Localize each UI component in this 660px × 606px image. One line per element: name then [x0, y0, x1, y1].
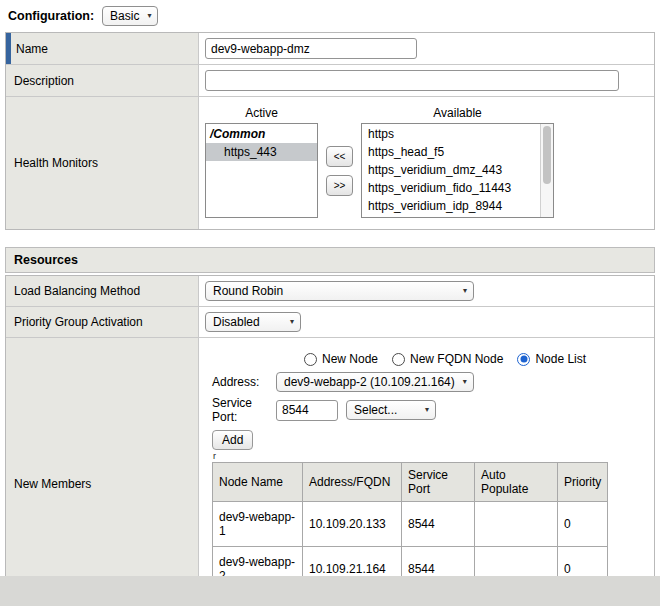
name-row: Name [6, 33, 654, 65]
member-type-radios: New Node New FQDN Node Node List [304, 352, 648, 366]
name-input[interactable] [205, 38, 417, 59]
resources-section-header: Resources [5, 247, 655, 273]
list-item[interactable]: https [362, 125, 553, 143]
resources-table: Load Balancing Method Round Robin ▾ Prio… [5, 275, 655, 606]
radio-new-node[interactable]: New Node [304, 352, 378, 366]
column-header: Node Name [213, 463, 303, 502]
load-balancing-content-cell: Round Robin ▾ [199, 276, 654, 306]
health-monitors-row: Health Monitors Active /Common https_443… [6, 97, 654, 229]
port-preset-select-value: Select... [354, 403, 397, 417]
priority-group-row: Priority Group Activation Disabled ▾ [6, 307, 654, 338]
available-monitors-items: https https_head_f5 https_veridium_dmz_4… [362, 124, 553, 215]
radio-icon [304, 353, 317, 366]
chevron-down-icon: ▾ [425, 406, 429, 414]
cell-address: 10.109.20.133 [303, 502, 402, 547]
priority-group-label: Priority Group Activation [14, 315, 143, 329]
address-select-value: dev9-webapp-2 (10.109.21.164) [284, 375, 455, 389]
description-label-cell: Description [6, 65, 199, 96]
list-item[interactable]: https_head_f5 [362, 143, 553, 161]
column-header: Address/FQDN [303, 463, 402, 502]
available-header: Available [361, 104, 554, 123]
cell-service-port: 8544 [402, 502, 475, 547]
priority-group-select[interactable]: Disabled ▾ [205, 312, 301, 332]
configuration-label: Configuration: [8, 9, 94, 23]
monitor-move-buttons: << >> [326, 146, 353, 196]
scrollbar[interactable] [540, 124, 553, 217]
priority-group-select-value: Disabled [213, 315, 260, 329]
active-header: Active [205, 104, 318, 123]
configuration-select-value: Basic [110, 9, 139, 23]
priority-group-label-cell: Priority Group Activation [6, 307, 199, 337]
active-partition-label: /Common [206, 124, 317, 143]
address-select[interactable]: dev9-webapp-2 (10.109.21.164) ▾ [276, 372, 474, 392]
chevron-down-icon: ▾ [463, 287, 467, 295]
column-header: Auto Populate [475, 463, 558, 502]
members-table: Node Name Address/FQDN Service Port Auto… [212, 462, 608, 592]
description-input[interactable] [205, 70, 619, 91]
load-balancing-label-cell: Load Balancing Method [6, 276, 199, 306]
cell-priority: 0 [558, 502, 608, 547]
load-balancing-row: Load Balancing Method Round Robin ▾ [6, 276, 654, 307]
available-monitors-listbox[interactable]: https https_head_f5 https_veridium_dmz_4… [361, 123, 554, 218]
move-to-available-button[interactable]: >> [326, 175, 353, 196]
address-line: Address: dev9-webapp-2 (10.109.21.164) ▾ [212, 372, 648, 392]
stray-text-artifact: r [213, 452, 648, 461]
health-monitors-picker: Active /Common https_443 << >> Available [205, 102, 648, 224]
service-port-input[interactable] [276, 400, 338, 421]
column-header: Priority [558, 463, 608, 502]
list-item[interactable]: https_veridium_idp_8944 [362, 197, 553, 215]
new-members-row: New Members New Node New FQDN Node [6, 338, 654, 606]
radio-icon [392, 353, 405, 366]
health-monitors-label-cell: Health Monitors [6, 97, 199, 229]
active-monitors-column: Active /Common https_443 [205, 104, 318, 218]
scrollbar-thumb[interactable] [543, 126, 551, 184]
chevron-down-icon: ▾ [290, 318, 294, 326]
configuration-select[interactable]: Basic ▾ [102, 6, 158, 26]
radio-label: New Node [322, 352, 378, 366]
radio-node-list[interactable]: Node List [517, 352, 586, 366]
description-content-cell [199, 65, 654, 96]
name-content-cell [199, 33, 654, 64]
description-label: Description [14, 74, 74, 88]
service-port-label: Service Port: [212, 396, 276, 424]
load-balancing-select-value: Round Robin [213, 284, 283, 298]
new-members-label-cell: New Members [6, 338, 199, 606]
radio-selected-icon [517, 353, 530, 366]
list-item[interactable]: https_veridium_fido_11443 [362, 179, 553, 197]
new-members-label: New Members [14, 477, 91, 491]
new-members-content-cell: New Node New FQDN Node Node List Address… [199, 338, 654, 606]
load-balancing-select[interactable]: Round Robin ▾ [205, 281, 474, 301]
description-row: Description [6, 65, 654, 97]
configuration-row: Configuration: Basic ▾ [0, 0, 660, 31]
health-monitors-label: Health Monitors [14, 156, 98, 170]
move-to-active-button[interactable]: << [326, 146, 353, 167]
add-member-button[interactable]: Add [212, 430, 253, 450]
radio-label: New FQDN Node [410, 352, 503, 366]
priority-group-content-cell: Disabled ▾ [199, 307, 654, 337]
cell-node-name: dev9-webapp-1 [213, 502, 303, 547]
address-label: Address: [212, 375, 276, 389]
chevron-down-icon: ▾ [147, 12, 151, 20]
table-row[interactable]: dev9-webapp-1 10.109.20.133 8544 0 [213, 502, 608, 547]
service-port-line: Service Port: Select... ▾ [212, 396, 648, 424]
available-monitors-column: Available https https_head_f5 https_veri… [361, 104, 554, 218]
chevron-down-icon: ▾ [463, 378, 467, 386]
name-label: Name [16, 42, 48, 56]
general-properties-table: Name Description Health Monitors Active [5, 32, 655, 230]
list-item[interactable]: https_443 [206, 143, 317, 161]
name-label-cell: Name [6, 33, 199, 64]
active-monitors-listbox[interactable]: /Common https_443 [205, 123, 318, 218]
members-table-header-row: Node Name Address/FQDN Service Port Auto… [213, 463, 608, 502]
column-header: Service Port [402, 463, 475, 502]
port-preset-select[interactable]: Select... ▾ [346, 400, 436, 420]
list-item[interactable]: https_veridium_dmz_443 [362, 161, 553, 179]
cell-auto-populate [475, 502, 558, 547]
pool-configuration-page: Configuration: Basic ▾ Name Description [0, 0, 660, 606]
page-bottom-band [0, 576, 660, 606]
radio-label: Node List [535, 352, 586, 366]
health-monitors-content-cell: Active /Common https_443 << >> Available [199, 97, 654, 229]
radio-new-fqdn-node[interactable]: New FQDN Node [392, 352, 503, 366]
load-balancing-label: Load Balancing Method [14, 284, 140, 298]
new-members-panel: New Node New FQDN Node Node List Address… [205, 343, 648, 606]
